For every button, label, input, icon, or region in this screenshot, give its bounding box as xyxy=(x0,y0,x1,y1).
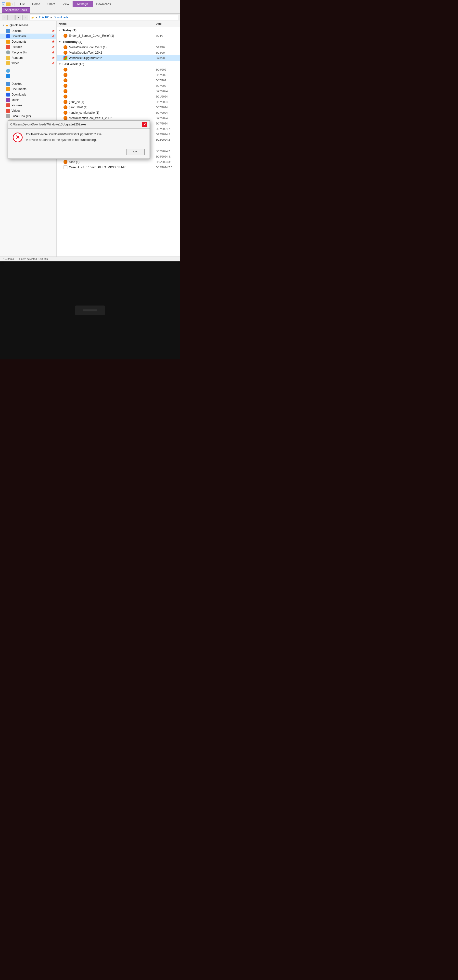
checkmark-icon: ☑ xyxy=(2,2,5,6)
ribbon-tabs: ☑ ▾ File Home Share View Manage Download… xyxy=(0,0,180,7)
pin-icon-documents: 📌 xyxy=(51,40,54,43)
file-date-lw-1: 6/17/202 xyxy=(156,73,178,76)
tab-file[interactable]: File xyxy=(16,1,29,7)
file-date-win10upgrade: 6/23/20 xyxy=(156,57,178,59)
file-row-mct-win11[interactable]: MediaCreationTool_Win11_23H2 6/22/2024 xyxy=(57,115,180,121)
sidebar-item-pictures[interactable]: Pictures 📌 xyxy=(0,45,56,50)
file-icon-lw-5 xyxy=(64,95,67,99)
thispc-desktop-icon xyxy=(6,82,10,86)
file-icon-lw-2 xyxy=(64,78,67,82)
tab-share[interactable]: Share xyxy=(44,1,59,7)
file-row-lw-3[interactable]: 6/17/202 xyxy=(57,83,180,88)
dialog-body: ✕ C:\Users\Devon\Downloads\Windows10Upgr… xyxy=(8,129,150,146)
file-icon-lw-0 xyxy=(64,68,67,72)
address-path-input[interactable]: 📂 ► This PC ► Downloads xyxy=(29,15,178,20)
path-downloads[interactable]: Downloads xyxy=(54,16,68,19)
sidebar-item-thispc-videos[interactable]: Videos xyxy=(0,108,56,113)
up-button[interactable]: ↑ xyxy=(22,15,28,20)
random-label: Random xyxy=(11,56,22,59)
sidebar-item-blue[interactable] xyxy=(0,73,56,79)
file-row-case[interactable]: case (1) 6/15/2024 3: xyxy=(57,159,180,165)
back-button[interactable]: ← xyxy=(2,15,8,20)
tab-home[interactable]: Home xyxy=(29,1,44,7)
error-icon: ✕ xyxy=(13,132,22,142)
downloads-label: Downloads xyxy=(11,35,26,38)
sidebar-item-thispc-downloads[interactable]: ↓ Downloads xyxy=(0,92,56,97)
file-row-lw-4[interactable]: 6/22/2024 xyxy=(57,88,180,94)
thispc-downloads-label: Downloads xyxy=(11,93,26,96)
quick-access-star: ★ xyxy=(5,23,9,27)
desktop-icon xyxy=(6,29,10,33)
thispc-music-label: Music xyxy=(11,98,19,102)
pin-icon-desktop: 📌 xyxy=(51,30,54,32)
sidebar-item-cloud[interactable] xyxy=(0,68,56,73)
file-row-lw-1[interactable]: 6/17/202 xyxy=(57,72,180,78)
sidebar-item-documents[interactable]: Documents 📌 xyxy=(0,39,56,45)
tab-manage[interactable]: Manage xyxy=(73,1,93,7)
thispc-music-icon xyxy=(6,98,10,102)
file-name-gear1020: gear_1020 (1) xyxy=(69,106,154,109)
col-header-name[interactable]: Name xyxy=(59,22,156,26)
forward-button[interactable]: → xyxy=(9,15,14,20)
group-lastweek[interactable]: ▼ Last week (15) xyxy=(57,61,180,67)
sidebar-item-fidget[interactable]: fidget 📌 xyxy=(0,60,56,66)
dialog-close-button[interactable]: ✕ xyxy=(142,122,147,127)
desktop-label: Desktop xyxy=(11,29,22,33)
group-yesterday[interactable]: ▼ Yesterday (3) xyxy=(57,38,180,45)
file-name-mct22h2-2: MediaCreationTool_22H2 xyxy=(69,51,154,54)
file-icon-gear1020 xyxy=(64,105,67,109)
file-row-lw-2[interactable]: 6/17/202 xyxy=(57,78,180,83)
dropdown-button[interactable]: ▾ xyxy=(16,15,21,20)
tab-downloads[interactable]: Downloads xyxy=(93,1,115,7)
file-row-casea[interactable]: Case_A_v3_0.15mm_PETG_MK3S_1h14m ... 6/1… xyxy=(57,165,180,170)
file-row-gear20[interactable]: gear_20 (1) 6/17/2024 xyxy=(57,99,180,105)
group-lastweek-label: Last week (15) xyxy=(62,62,85,66)
file-name-mct-win11: MediaCreationTool_Win11_23H2 xyxy=(69,116,154,120)
group-today[interactable]: ▼ Today (1) xyxy=(57,27,180,33)
file-date-gear1020: 6/17/2024 xyxy=(156,106,178,109)
file-row-lw-0[interactable]: 6/19/202 xyxy=(57,67,180,72)
file-row-handle[interactable]: handle_comfortable (1) 6/17/2024 xyxy=(57,110,180,115)
sidebar-item-thispc-music[interactable]: Music xyxy=(0,97,56,103)
file-icon-win10upgrade xyxy=(64,56,67,60)
dropdown-icon[interactable]: ▾ xyxy=(11,3,13,5)
sidebar-item-downloads[interactable]: ↓ Downloads 📌 xyxy=(0,33,56,39)
path-this-pc[interactable]: This PC xyxy=(39,16,49,19)
file-icon-gear20 xyxy=(64,100,67,104)
file-row-mct22h2-2[interactable]: MediaCreationTool_22H2 6/23/20 xyxy=(57,50,180,56)
sidebar-item-thispc-pictures[interactable]: Pictures xyxy=(0,103,56,108)
subtab-application-tools[interactable]: Application Tools xyxy=(2,7,30,13)
dialog-title-text: C:\Users\Devon\Downloads\Windows10Upgrad… xyxy=(10,123,86,126)
sidebar-item-thispc-documents[interactable]: Documents xyxy=(0,86,56,92)
sidebar-item-desktop[interactable]: Desktop 📌 xyxy=(0,28,56,33)
col-header-date[interactable]: Date xyxy=(156,22,178,26)
group-yesterday-label: Yesterday (3) xyxy=(62,40,82,44)
group-today-arrow: ▼ xyxy=(59,29,61,32)
dialog-ok-button[interactable]: OK xyxy=(126,149,145,155)
file-date-lw-5: 6/21/2024 xyxy=(156,95,178,98)
tab-view[interactable]: View xyxy=(59,1,73,7)
file-row-mct22h2-1[interactable]: MediaCreationTool_22H2 (1) 6/23/20 xyxy=(57,45,180,50)
thispc-documents-icon xyxy=(6,87,10,91)
file-row-ender[interactable]: Ender_3_Screen_Cover_Relief (1) 6/24/2 xyxy=(57,33,180,38)
sidebar-item-thispc-desktop[interactable]: Desktop xyxy=(0,81,56,86)
file-row-gear1020[interactable]: gear_1020 (1) 6/17/2024 xyxy=(57,105,180,110)
documents-label: Documents xyxy=(11,40,27,43)
group-today-label: Today (1) xyxy=(62,29,77,32)
file-icon-lw-1 xyxy=(64,73,67,77)
sidebar-item-localdisk[interactable]: Local Disk (C:) xyxy=(0,113,56,119)
sidebar-item-random[interactable]: Random 📌 xyxy=(0,55,56,60)
file-row-lw-5[interactable]: 6/21/2024 xyxy=(57,94,180,99)
file-icon-ender xyxy=(64,34,67,38)
localdisk-icon xyxy=(6,114,10,118)
stand-base xyxy=(83,309,97,312)
sidebar-section-quick-access[interactable]: ▼ ★ Quick access xyxy=(0,22,56,28)
sidebar-item-recycle[interactable]: Recycle Bin 📌 xyxy=(0,50,56,55)
file-date-lw-4: 6/22/2024 xyxy=(156,90,178,92)
thispc-pictures-label: Pictures xyxy=(11,103,22,107)
file-date-lw-0: 6/19/202 xyxy=(156,68,178,71)
dialog-footer: OK xyxy=(8,146,150,159)
selection-info: 1 item selected 3.18 MB xyxy=(19,258,48,261)
fidget-label: fidget xyxy=(11,62,19,65)
file-row-win10upgrade[interactable]: Windows10Upgrade9252 6/23/20 xyxy=(57,56,180,61)
